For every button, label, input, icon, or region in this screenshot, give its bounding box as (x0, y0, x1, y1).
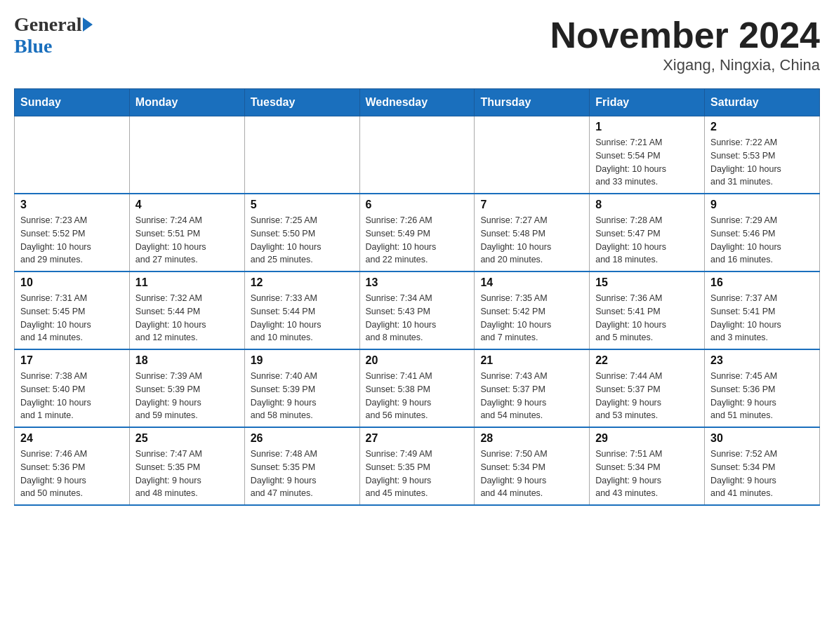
col-tuesday: Tuesday (244, 89, 359, 116)
day-number: 29 (595, 432, 699, 445)
day-info: Sunrise: 7:38 AM Sunset: 5:40 PM Dayligh… (20, 370, 124, 422)
day-number: 5 (251, 199, 354, 211)
day-info: Sunrise: 7:40 AM Sunset: 5:39 PM Dayligh… (251, 370, 354, 422)
col-friday: Friday (590, 89, 705, 116)
day-info: Sunrise: 7:33 AM Sunset: 5:44 PM Dayligh… (251, 292, 354, 344)
day-info: Sunrise: 7:37 AM Sunset: 5:41 PM Dayligh… (710, 292, 814, 344)
calendar-day-cell: 8Sunrise: 7:28 AM Sunset: 5:47 PM Daylig… (590, 194, 705, 271)
day-number: 9 (710, 199, 814, 211)
calendar-week-row: 24Sunrise: 7:46 AM Sunset: 5:36 PM Dayli… (15, 427, 820, 505)
calendar-day-cell: 23Sunrise: 7:45 AM Sunset: 5:36 PM Dayli… (705, 349, 820, 427)
calendar-day-cell: 28Sunrise: 7:50 AM Sunset: 5:34 PM Dayli… (475, 427, 590, 505)
day-number: 20 (366, 354, 469, 367)
day-info: Sunrise: 7:51 AM Sunset: 5:34 PM Dayligh… (595, 448, 699, 500)
day-info: Sunrise: 7:21 AM Sunset: 5:54 PM Dayligh… (595, 136, 699, 189)
day-number: 24 (20, 432, 124, 445)
day-info: Sunrise: 7:23 AM Sunset: 5:52 PM Dayligh… (20, 214, 124, 267)
calendar-day-cell: 1Sunrise: 7:21 AM Sunset: 5:54 PM Daylig… (590, 116, 705, 194)
calendar-title: November 2024 (550, 14, 820, 56)
day-info: Sunrise: 7:25 AM Sunset: 5:50 PM Dayligh… (251, 214, 354, 267)
calendar-day-cell: 29Sunrise: 7:51 AM Sunset: 5:34 PM Dayli… (590, 427, 705, 505)
day-info: Sunrise: 7:43 AM Sunset: 5:37 PM Dayligh… (480, 370, 583, 422)
day-info: Sunrise: 7:22 AM Sunset: 5:53 PM Dayligh… (710, 136, 814, 189)
calendar-week-row: 17Sunrise: 7:38 AM Sunset: 5:40 PM Dayli… (15, 349, 820, 427)
day-number: 16 (710, 276, 814, 289)
calendar-day-cell (15, 116, 130, 194)
calendar-day-cell: 11Sunrise: 7:32 AM Sunset: 5:44 PM Dayli… (129, 271, 244, 349)
day-number: 1 (595, 121, 699, 133)
day-info: Sunrise: 7:36 AM Sunset: 5:41 PM Dayligh… (595, 292, 699, 344)
day-info: Sunrise: 7:50 AM Sunset: 5:34 PM Dayligh… (480, 448, 583, 500)
day-info: Sunrise: 7:35 AM Sunset: 5:42 PM Dayligh… (480, 292, 583, 344)
day-number: 28 (480, 432, 583, 445)
calendar-day-cell: 15Sunrise: 7:36 AM Sunset: 5:41 PM Dayli… (590, 271, 705, 349)
day-info: Sunrise: 7:39 AM Sunset: 5:39 PM Dayligh… (135, 370, 239, 422)
col-monday: Monday (129, 89, 244, 116)
page-header: General Blue November 2024 Xigang, Ningx… (14, 14, 820, 74)
day-info: Sunrise: 7:31 AM Sunset: 5:45 PM Dayligh… (20, 292, 124, 344)
calendar-day-cell: 7Sunrise: 7:27 AM Sunset: 5:48 PM Daylig… (475, 194, 590, 271)
day-number: 27 (366, 432, 469, 445)
logo-arrow-icon (83, 18, 93, 32)
day-number: 10 (20, 276, 124, 289)
calendar-day-cell: 21Sunrise: 7:43 AM Sunset: 5:37 PM Dayli… (475, 349, 590, 427)
calendar-day-cell: 3Sunrise: 7:23 AM Sunset: 5:52 PM Daylig… (15, 194, 130, 271)
day-header-row: Sunday Monday Tuesday Wednesday Thursday… (15, 89, 820, 116)
day-info: Sunrise: 7:47 AM Sunset: 5:35 PM Dayligh… (135, 448, 239, 500)
title-block: November 2024 Xigang, Ningxia, China (550, 14, 820, 74)
calendar-day-cell: 16Sunrise: 7:37 AM Sunset: 5:41 PM Dayli… (705, 271, 820, 349)
day-info: Sunrise: 7:44 AM Sunset: 5:37 PM Dayligh… (595, 370, 699, 422)
day-number: 2 (710, 121, 814, 133)
day-number: 25 (135, 432, 239, 445)
day-number: 18 (135, 354, 239, 367)
calendar-day-cell: 17Sunrise: 7:38 AM Sunset: 5:40 PM Dayli… (15, 349, 130, 427)
calendar-day-cell: 5Sunrise: 7:25 AM Sunset: 5:50 PM Daylig… (244, 194, 359, 271)
day-info: Sunrise: 7:28 AM Sunset: 5:47 PM Dayligh… (595, 214, 699, 267)
calendar-subtitle: Xigang, Ningxia, China (550, 56, 820, 74)
day-number: 8 (595, 199, 699, 211)
day-info: Sunrise: 7:26 AM Sunset: 5:49 PM Dayligh… (366, 214, 469, 267)
calendar-week-row: 3Sunrise: 7:23 AM Sunset: 5:52 PM Daylig… (15, 194, 820, 271)
day-number: 23 (710, 354, 814, 367)
calendar-day-cell: 13Sunrise: 7:34 AM Sunset: 5:43 PM Dayli… (359, 271, 475, 349)
logo: General Blue (14, 14, 93, 58)
calendar-day-cell: 12Sunrise: 7:33 AM Sunset: 5:44 PM Dayli… (244, 271, 359, 349)
calendar-day-cell: 10Sunrise: 7:31 AM Sunset: 5:45 PM Dayli… (15, 271, 130, 349)
logo-general: General (14, 14, 81, 36)
calendar-week-row: 10Sunrise: 7:31 AM Sunset: 5:45 PM Dayli… (15, 271, 820, 349)
day-number: 14 (480, 276, 583, 289)
calendar-day-cell: 25Sunrise: 7:47 AM Sunset: 5:35 PM Dayli… (129, 427, 244, 505)
calendar-day-cell: 30Sunrise: 7:52 AM Sunset: 5:34 PM Dayli… (705, 427, 820, 505)
day-number: 30 (710, 432, 814, 445)
day-number: 19 (251, 354, 354, 367)
calendar-day-cell: 18Sunrise: 7:39 AM Sunset: 5:39 PM Dayli… (129, 349, 244, 427)
col-sunday: Sunday (15, 89, 130, 116)
calendar-day-cell: 24Sunrise: 7:46 AM Sunset: 5:36 PM Dayli… (15, 427, 130, 505)
day-number: 22 (595, 354, 699, 367)
day-info: Sunrise: 7:52 AM Sunset: 5:34 PM Dayligh… (710, 448, 814, 500)
calendar-day-cell: 20Sunrise: 7:41 AM Sunset: 5:38 PM Dayli… (359, 349, 475, 427)
day-number: 6 (366, 199, 469, 211)
day-number: 13 (366, 276, 469, 289)
day-info: Sunrise: 7:29 AM Sunset: 5:46 PM Dayligh… (710, 214, 814, 267)
calendar-day-cell: 4Sunrise: 7:24 AM Sunset: 5:51 PM Daylig… (129, 194, 244, 271)
calendar-day-cell (129, 116, 244, 194)
day-info: Sunrise: 7:41 AM Sunset: 5:38 PM Dayligh… (366, 370, 469, 422)
day-number: 3 (20, 199, 124, 211)
calendar-day-cell (359, 116, 475, 194)
col-thursday: Thursday (475, 89, 590, 116)
calendar-day-cell: 19Sunrise: 7:40 AM Sunset: 5:39 PM Dayli… (244, 349, 359, 427)
day-info: Sunrise: 7:48 AM Sunset: 5:35 PM Dayligh… (251, 448, 354, 500)
calendar-header: Sunday Monday Tuesday Wednesday Thursday… (15, 89, 820, 116)
calendar-day-cell (244, 116, 359, 194)
calendar-day-cell: 22Sunrise: 7:44 AM Sunset: 5:37 PM Dayli… (590, 349, 705, 427)
day-info: Sunrise: 7:34 AM Sunset: 5:43 PM Dayligh… (366, 292, 469, 344)
calendar-day-cell: 14Sunrise: 7:35 AM Sunset: 5:42 PM Dayli… (475, 271, 590, 349)
col-wednesday: Wednesday (359, 89, 475, 116)
col-saturday: Saturday (705, 89, 820, 116)
day-number: 26 (251, 432, 354, 445)
day-number: 17 (20, 354, 124, 367)
calendar-day-cell: 27Sunrise: 7:49 AM Sunset: 5:35 PM Dayli… (359, 427, 475, 505)
day-info: Sunrise: 7:46 AM Sunset: 5:36 PM Dayligh… (20, 448, 124, 500)
calendar-day-cell: 9Sunrise: 7:29 AM Sunset: 5:46 PM Daylig… (705, 194, 820, 271)
